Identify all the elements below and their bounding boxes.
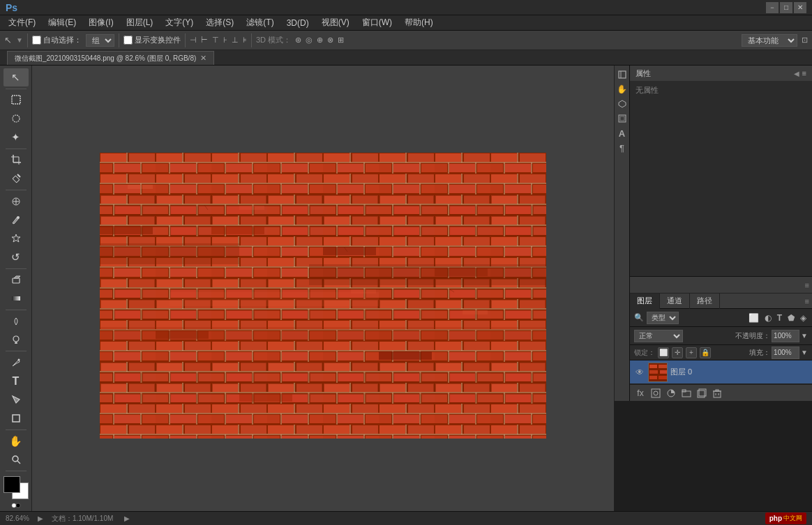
menu-help[interactable]: 帮助(H) bbox=[399, 15, 439, 30]
menu-image[interactable]: 图像(I) bbox=[83, 15, 119, 30]
3d-icon-1[interactable]: ⊛ bbox=[295, 36, 301, 45]
menu-text[interactable]: 文字(Y) bbox=[160, 15, 199, 30]
doc-size-arrow-icon[interactable]: ▶ bbox=[124, 515, 130, 522]
close-button[interactable]: ✕ bbox=[794, 2, 806, 13]
tool-pen[interactable] bbox=[3, 353, 29, 372]
svg-rect-7 bbox=[13, 176, 20, 183]
properties-panel-header[interactable]: 属性 ◀ ≡ bbox=[630, 66, 812, 81]
tab-paths[interactable]: 路径 bbox=[690, 294, 720, 309]
3d-icon-4[interactable]: ⊗ bbox=[327, 36, 333, 45]
tool-crop[interactable] bbox=[3, 151, 29, 169]
tool-gradient[interactable] bbox=[3, 289, 29, 307]
panel-expand-icon[interactable]: ◀ bbox=[794, 70, 799, 77]
align-center-h-icon[interactable]: ⊢ bbox=[201, 36, 208, 45]
menu-edit[interactable]: 编辑(E) bbox=[43, 15, 82, 30]
hand-right-icon[interactable]: ✋ bbox=[616, 83, 629, 96]
3d-right-icon[interactable] bbox=[616, 98, 629, 110]
menu-select[interactable]: 选择(S) bbox=[200, 15, 239, 30]
tool-hand[interactable]: ✋ bbox=[3, 432, 29, 450]
tool-magic-wand[interactable]: ✦ bbox=[3, 128, 29, 146]
3d-icon-2[interactable]: ◎ bbox=[306, 36, 313, 45]
tool-arrow-icon[interactable]: ↖ bbox=[4, 35, 12, 45]
auto-select-select[interactable]: 组 bbox=[86, 34, 114, 47]
menu-view[interactable]: 视图(V) bbox=[316, 15, 355, 30]
tool-lasso[interactable] bbox=[3, 109, 29, 128]
tool-path-select[interactable] bbox=[3, 391, 29, 409]
tab-layers[interactable]: 图层 bbox=[630, 294, 660, 309]
layer-type-select[interactable]: 类型 bbox=[647, 312, 679, 324]
menu-window[interactable]: 窗口(W) bbox=[356, 15, 398, 30]
align-right-icon[interactable]: ⊤ bbox=[212, 36, 219, 45]
lock-position-icon[interactable]: ✛ bbox=[672, 347, 683, 358]
add-style-icon[interactable]: fx bbox=[634, 387, 647, 400]
fill-value[interactable] bbox=[772, 347, 799, 359]
minimize-button[interactable]: － bbox=[766, 2, 779, 13]
tool-heal[interactable] bbox=[3, 192, 29, 211]
tool-blur[interactable] bbox=[3, 312, 29, 330]
tool-eraser[interactable] bbox=[3, 271, 29, 289]
add-adjustment-icon[interactable] bbox=[665, 387, 677, 400]
layers-panel-options-icon[interactable]: ≡ bbox=[802, 297, 812, 305]
status-arrow-icon[interactable]: ▶ bbox=[38, 515, 43, 522]
opacity-arrow-icon[interactable]: ▼ bbox=[801, 332, 808, 340]
3d-icon-3[interactable]: ⊕ bbox=[317, 36, 323, 45]
tool-zoom[interactable] bbox=[3, 451, 29, 469]
svg-rect-77 bbox=[660, 370, 668, 374]
transform-checkbox[interactable] bbox=[123, 36, 133, 45]
paragraph-right-icon[interactable]: ¶ bbox=[616, 142, 629, 154]
delete-layer-icon[interactable] bbox=[711, 387, 723, 400]
tool-eyedropper[interactable] bbox=[3, 169, 29, 188]
align-left-icon[interactable]: ⊣ bbox=[190, 36, 197, 45]
3d-icon-5[interactable]: ⊞ bbox=[338, 36, 344, 45]
document-tab[interactable]: 微信截图_20210903150448.png @ 82.6% (图层 0, R… bbox=[7, 51, 214, 65]
tool-clone[interactable] bbox=[3, 229, 29, 248]
workspace-search-icon[interactable]: ⊡ bbox=[802, 36, 808, 45]
color-swatches[interactable] bbox=[3, 476, 29, 499]
layer-smart-icon[interactable]: ◈ bbox=[799, 312, 808, 324]
menu-3d[interactable]: 3D(D) bbox=[281, 17, 315, 29]
menu-filter[interactable]: 滤镜(T) bbox=[241, 15, 279, 30]
tool-dodge[interactable] bbox=[3, 331, 29, 349]
tool-history-brush[interactable]: ↺ bbox=[3, 248, 29, 266]
layer-text-icon[interactable]: T bbox=[776, 312, 783, 324]
menu-layer[interactable]: 图层(L) bbox=[121, 15, 159, 30]
layer-adjust-icon[interactable]: ◐ bbox=[763, 312, 773, 324]
layer-item[interactable]: 👁 bbox=[630, 360, 812, 384]
blend-mode-select[interactable]: 正常 bbox=[634, 330, 683, 342]
opacity-value[interactable] bbox=[772, 330, 799, 342]
workspace-select[interactable]: 基本功能 bbox=[742, 34, 797, 47]
foreground-color-swatch[interactable] bbox=[3, 476, 20, 493]
align-top-icon[interactable]: ⊦ bbox=[223, 36, 227, 45]
lock-artboard-icon[interactable]: + bbox=[686, 347, 697, 358]
doc-tab-close[interactable]: ✕ bbox=[200, 54, 206, 63]
tab-channels[interactable]: 通道 bbox=[660, 294, 690, 309]
tool-brush[interactable] bbox=[3, 211, 29, 229]
add-mask-icon[interactable] bbox=[649, 387, 662, 400]
maximize-button[interactable]: □ bbox=[780, 2, 792, 13]
panel-right-icon1[interactable] bbox=[616, 112, 629, 125]
lock-pixels-icon[interactable]: ⬜ bbox=[658, 347, 669, 358]
quick-mask-icon[interactable] bbox=[11, 501, 21, 510]
text-right-icon[interactable]: A bbox=[616, 127, 629, 139]
add-layer-icon[interactable] bbox=[696, 387, 708, 400]
align-center-v-icon[interactable]: ⊥ bbox=[232, 36, 239, 45]
opacity-label: 不透明度： bbox=[735, 331, 770, 341]
menu-file[interactable]: 文件(F) bbox=[3, 15, 41, 30]
tool-shape[interactable] bbox=[3, 409, 29, 427]
layer-pixel-icon[interactable]: ⬜ bbox=[747, 312, 760, 324]
tool-select-rect[interactable] bbox=[3, 91, 29, 109]
auto-select-checkbox[interactable] bbox=[32, 36, 41, 45]
layers-panel-menu-icon[interactable]: ≡ bbox=[805, 281, 809, 289]
panel-menu-icon[interactable]: ≡ bbox=[802, 69, 806, 77]
properties-icon[interactable] bbox=[616, 68, 629, 81]
tool-text[interactable]: T bbox=[3, 372, 29, 390]
tool-move[interactable]: ↖ bbox=[3, 68, 29, 86]
lock-all-icon[interactable]: 🔒 bbox=[700, 347, 711, 358]
layer-shape-icon[interactable]: ⬟ bbox=[786, 312, 796, 324]
svg-rect-59 bbox=[156, 330, 209, 339]
align-bottom-icon[interactable]: ⊧ bbox=[243, 36, 247, 45]
fill-arrow-icon[interactable]: ▼ bbox=[801, 349, 808, 356]
tool-options-arrow[interactable]: ▼ bbox=[16, 36, 23, 44]
add-group-icon[interactable] bbox=[680, 387, 693, 400]
layer-visibility-icon[interactable]: 👁 bbox=[634, 367, 645, 378]
